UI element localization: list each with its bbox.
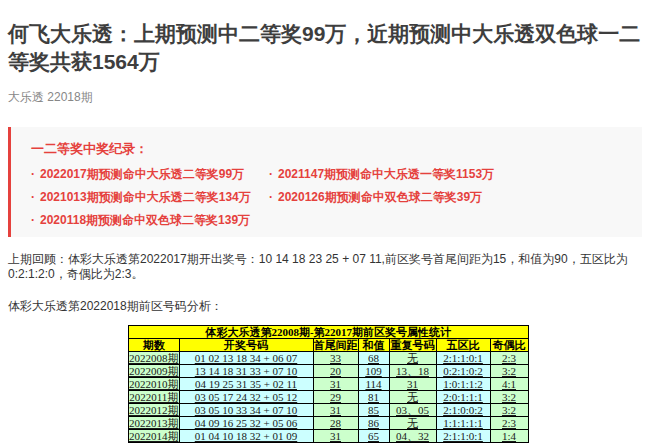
record-item-text: 2021147期预测命中大乐透一等奖1153万 [278,167,494,181]
column-header-numbers: 开奖号码 [179,339,313,352]
table-cell: 0:2:1:0:2 [436,365,490,378]
front-zone-stats-table: 体彩大乐透第22008期-第22017期前区奖号属性统计 期数 开奖号码 首尾间… [128,325,529,443]
table-cell: 2:1:0:0:2 [436,404,490,417]
table-cell: 33 [313,352,358,365]
table-cell: 85 [358,404,389,417]
column-header-repeats: 重复号码 [389,339,436,352]
table-cell: 1:4 [490,430,528,443]
table-row: 2022010期 04 19 25 31 35 + 02 11 31 114 3… [129,378,529,391]
record-item-text: 2021013期预测命中大乐透二等奖134万 [40,190,251,204]
table-cell: 31 [313,430,358,443]
column-header-issue: 期数 [129,339,180,352]
table-title: 体彩大乐透第22008期-第22017期前区奖号属性统计 [129,326,529,339]
table-cell: 3:2 [490,404,528,417]
table-cell: 31 [389,378,436,391]
table-cell: 04 19 25 31 35 + 02 11 [179,378,313,391]
column-header-span: 首尾间距 [313,339,358,352]
table-cell: 04 09 16 25 32 + 05 06 [179,417,313,430]
previous-draw-review: 上期回顾：体彩大乐透第2022017期开出奖号：10 14 18 23 25 +… [8,252,642,282]
table-cell: 03 05 10 33 34 + 07 10 [179,404,313,417]
table-row: 2022011期 03 05 17 24 32 + 05 12 29 81 无 … [129,391,529,404]
record-item: ·2021013期预测命中大乐透二等奖134万 [31,190,269,204]
bullet-icon: · [269,190,273,204]
table-cell: 03 05 17 24 32 + 05 12 [179,391,313,404]
table-cell: 2022010期 [129,378,180,391]
record-item-text: 2022017期预测命中大乐透二等奖99万 [40,167,244,181]
table-cell: 13、18 [389,365,436,378]
table-row: 2022012期 03 05 10 33 34 + 07 10 31 85 03… [129,404,529,417]
table-cell: 4:1 [490,378,528,391]
table-cell: 2022008期 [129,352,180,365]
table-cell: 无 [389,417,436,430]
table-cell: 28 [313,417,358,430]
bullet-icon: · [31,213,35,227]
table-cell: 86 [358,417,389,430]
table-cell: 无 [389,391,436,404]
table-cell: 65 [358,430,389,443]
table-cell: 01 04 10 18 32 + 01 09 [179,430,313,443]
table-cell: 31 [313,404,358,417]
bullet-icon: · [31,190,35,204]
bullet-icon: · [269,167,273,181]
bullet-icon: · [31,167,35,181]
table-cell: 无 [389,352,436,365]
table-cell: 2:3 [490,352,528,365]
table-cell: 29 [313,391,358,404]
table-row: 2022014期 01 04 10 18 32 + 01 09 31 65 04… [129,430,529,443]
table-row: 2022013期 04 09 16 25 32 + 05 06 28 86 无 … [129,417,529,430]
table-cell: 2:0:1:1:1 [436,391,490,404]
table-cell: 109 [358,365,389,378]
record-item-text: 2020126期预测命中双色球二等奖39万 [278,190,482,204]
table-cell: 03、05 [389,404,436,417]
table-cell: 2:1:1:0:1 [436,430,490,443]
table-cell: 13 14 18 31 33 + 07 10 [179,365,313,378]
column-header-odd-even: 奇偶比 [490,339,528,352]
column-header-zone-ratio: 五区比 [436,339,490,352]
record-item: ·2020126期预测命中双色球二等奖39万 [269,190,632,204]
table-cell: 1:1:1:1:1 [436,417,490,430]
table-title-row: 体彩大乐透第22008期-第22017期前区奖号属性统计 [129,326,529,339]
record-item: ·2020118期预测命中双色球二等奖139万 [31,213,269,227]
table-cell: 1:0:1:1:2 [436,378,490,391]
table-header-row: 期数 开奖号码 首尾间距 和值 重复号码 五区比 奇偶比 [129,339,529,352]
table-cell: 04、32 [389,430,436,443]
column-header-sum: 和值 [358,339,389,352]
page-title: 何飞大乐透：上期预测中二等奖99万，近期预测中大乐透双色球一二等奖共获1564万 [8,20,648,76]
winning-record-box: 一二等奖中奖纪录： ·2022017期预测命中大乐透二等奖99万 ·202114… [8,127,642,237]
table-cell: 31 [313,378,358,391]
table-cell: 2022011期 [129,391,180,404]
table-cell: 01 02 13 18 34 + 06 07 [179,352,313,365]
table-cell: 2022012期 [129,404,180,417]
record-list: ·2022017期预测命中大乐透二等奖99万 ·2021147期预测命中大乐透一… [31,167,632,227]
table-cell: 2:1:1:0:1 [436,352,490,365]
table-cell: 2:3 [490,417,528,430]
record-item-text: 2020118期预测命中双色球二等奖139万 [40,213,250,227]
record-item: ·2021147期预测命中大乐透一等奖1153万 [269,167,632,181]
table-cell: 81 [358,391,389,404]
record-item: ·2022017期预测命中大乐透二等奖99万 [31,167,269,181]
lottery-issue-label: 大乐透 22018期 [8,89,642,106]
table-cell: 3:2 [490,365,528,378]
record-box-heading: 一二等奖中奖纪录： [31,140,632,158]
table-row: 2022009期 13 14 18 31 33 + 07 10 20 109 1… [129,365,529,378]
table-cell: 2022013期 [129,417,180,430]
table-cell: 2022009期 [129,365,180,378]
table-cell: 20 [313,365,358,378]
table-cell: 3:2 [490,391,528,404]
article-page: 何飞大乐透：上期预测中二等奖99万，近期预测中大乐透双色球一二等奖共获1564万… [0,0,650,443]
analysis-intro: 体彩大乐透第2022018期前区号码分析： [8,299,642,314]
table-row: 2022008期 01 02 13 18 34 + 06 07 33 68 无 … [129,352,529,365]
table-cell: 114 [358,378,389,391]
table-cell: 68 [358,352,389,365]
table-cell: 2022014期 [129,430,180,443]
